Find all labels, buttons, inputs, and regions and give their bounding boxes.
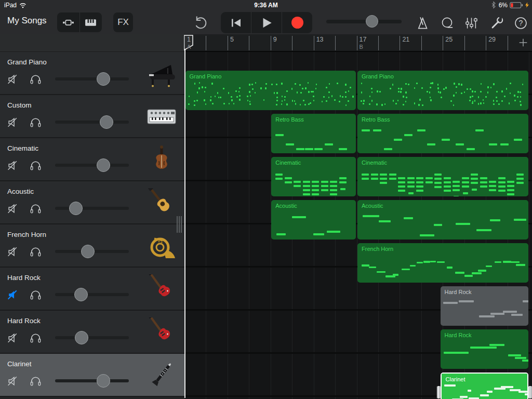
track-volume-thumb[interactable] <box>75 331 88 344</box>
track-volume-slider[interactable] <box>55 164 129 167</box>
region-label: Clarinet <box>446 376 466 382</box>
record-button[interactable] <box>282 12 312 33</box>
transport-controls <box>221 12 312 33</box>
track-volume-slider[interactable] <box>55 207 129 210</box>
track-row-acoustic[interactable]: Acoustic <box>0 181 184 224</box>
track-volume-slider[interactable] <box>55 336 129 339</box>
ruler-tick <box>486 36 486 50</box>
midi-region-acoustic[interactable]: Acoustic <box>357 200 528 240</box>
midi-region-cinematic[interactable]: Cinematic <box>271 157 356 196</box>
arrangement-area[interactable]: Grand Piano Grand Piano Retro Bass Retro… <box>184 52 532 399</box>
instrument-image[interactable] <box>145 187 178 218</box>
mute-button[interactable] <box>7 159 20 172</box>
instrument-image[interactable] <box>145 230 178 261</box>
track-row-custom[interactable]: Custom <box>0 95 184 138</box>
midi-region-cinematic[interactable]: Cinematic <box>357 157 528 196</box>
mute-button[interactable] <box>7 116 20 129</box>
section-label: A <box>187 44 191 50</box>
keyboard-icon <box>84 16 97 29</box>
midi-region-hard-rock[interactable]: Hard Rock <box>441 329 528 369</box>
ruler-tick <box>335 36 336 50</box>
track-volume-slider[interactable] <box>55 379 129 382</box>
settings-wrench-button[interactable] <box>490 16 504 30</box>
instrument-image[interactable] <box>145 316 178 348</box>
midi-region-retro-bass[interactable]: Retro Bass <box>357 114 528 153</box>
play-button[interactable] <box>251 12 282 33</box>
ruler[interactable]: 1591317212529AB <box>184 34 532 52</box>
midi-region-acoustic[interactable]: Acoustic <box>271 200 356 240</box>
track-row-hard-rock[interactable]: Hard Rock <box>0 268 184 311</box>
add-measures-button[interactable] <box>516 35 530 50</box>
ruler-measure-label: 13 <box>316 36 324 43</box>
track-volume-slider[interactable] <box>55 121 129 124</box>
region-label: Retro Bass <box>362 116 390 123</box>
monitor-headphones-button[interactable] <box>29 288 42 301</box>
track-volume-thumb[interactable] <box>100 115 113 129</box>
instrument-image[interactable] <box>145 58 178 89</box>
tracks-view-button[interactable] <box>57 12 80 32</box>
monitor-headphones-button[interactable] <box>29 202 42 215</box>
ruler-tick <box>228 36 228 50</box>
panel-resize-handle[interactable] <box>177 216 182 233</box>
track-volume-thumb[interactable] <box>81 245 95 258</box>
my-songs-button[interactable]: My Songs <box>7 16 47 26</box>
instrument-image[interactable] <box>145 273 178 304</box>
monitor-headphones-button[interactable] <box>29 245 42 258</box>
rewind-button[interactable] <box>221 12 251 33</box>
instrument-view-button[interactable] <box>80 12 102 32</box>
mixer-button[interactable] <box>464 16 478 30</box>
track-row-french-horn[interactable]: French Horn <box>0 224 184 268</box>
midi-region-french-horn[interactable]: French Horn <box>357 243 528 283</box>
midi-region-grand-piano[interactable]: Grand Piano <box>185 71 356 110</box>
monitor-headphones-button[interactable] <box>29 73 42 86</box>
undo-button[interactable] <box>192 15 208 31</box>
track-row-clarinet[interactable]: Clarinet <box>0 354 184 397</box>
monitor-headphones-button[interactable] <box>29 331 42 344</box>
playhead-line[interactable] <box>184 49 185 398</box>
ruler-tick <box>292 36 292 50</box>
track-row-grand-piano[interactable]: Grand Piano <box>0 52 184 95</box>
ruler-tick <box>443 36 443 50</box>
mute-button[interactable] <box>7 245 20 258</box>
mute-button[interactable] <box>7 202 20 215</box>
midi-region-clarinet[interactable]: Clarinet <box>441 373 528 399</box>
track-row-cinematic[interactable]: Cinematic <box>0 138 184 181</box>
loop-browser-button[interactable] <box>440 16 454 30</box>
help-button[interactable] <box>514 16 528 30</box>
track-volume-thumb[interactable] <box>97 72 110 86</box>
track-volume-thumb[interactable] <box>74 288 88 301</box>
midi-region-hard-rock[interactable]: Hard Rock <box>441 286 528 326</box>
monitor-headphones-button[interactable] <box>29 116 42 129</box>
instrument-image[interactable] <box>145 101 178 132</box>
track-volume-slider[interactable] <box>55 293 129 296</box>
mute-button[interactable] <box>7 288 20 301</box>
track-volume-slider[interactable] <box>55 250 129 253</box>
region-trim-handle-left[interactable] <box>437 386 441 398</box>
midi-region-grand-piano[interactable]: Grand Piano <box>357 71 528 110</box>
track-row-hard-rock[interactable]: Hard Rock <box>0 311 184 354</box>
fx-button[interactable]: FX <box>113 12 133 32</box>
track-name: French Horn <box>7 231 46 238</box>
mute-button[interactable] <box>7 375 20 388</box>
master-volume-thumb[interactable] <box>366 15 378 28</box>
midi-region-retro-bass[interactable]: Retro Bass <box>271 114 356 153</box>
mute-button[interactable] <box>7 331 20 344</box>
master-volume-slider[interactable] <box>326 20 402 23</box>
region-label: Acoustic <box>362 203 383 209</box>
toolbar: iPad 9:36 AM 6% My Songs FX <box>0 0 532 35</box>
region-label: Grand Piano <box>190 73 222 79</box>
track-volume-thumb[interactable] <box>69 202 83 215</box>
monitor-headphones-button[interactable] <box>29 159 42 172</box>
track-volume-thumb[interactable] <box>97 158 110 172</box>
track-volume-slider[interactable] <box>55 77 129 81</box>
ruler-measure-label: 29 <box>488 36 496 43</box>
ruler-tick <box>421 36 422 50</box>
rewind-icon <box>230 17 242 29</box>
instrument-image[interactable] <box>145 144 178 175</box>
track-volume-thumb[interactable] <box>97 374 110 388</box>
region-trim-handle-right[interactable] <box>528 386 532 398</box>
instrument-image[interactable] <box>145 360 178 391</box>
mute-button[interactable] <box>7 73 20 86</box>
monitor-headphones-button[interactable] <box>29 375 42 388</box>
metronome-button[interactable] <box>415 16 429 30</box>
